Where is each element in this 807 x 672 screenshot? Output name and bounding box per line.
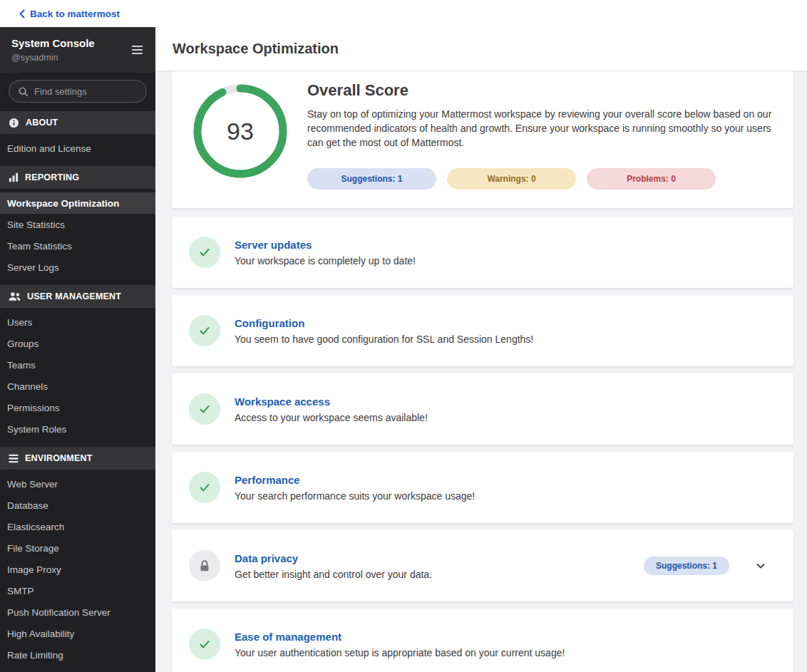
sidebar-section: REPORTING Workspace Optimization Site St… bbox=[0, 166, 155, 278]
topbar: Back to mattermost bbox=[0, 0, 807, 27]
sidebar-item-edition-and-license[interactable]: Edition and License bbox=[0, 138, 155, 159]
check-icon bbox=[189, 393, 220, 425]
cards-list: Server updates Your workspace is complet… bbox=[172, 217, 793, 672]
info-icon bbox=[9, 118, 19, 128]
card-configuration: Configuration You seem to have good conf… bbox=[172, 295, 793, 366]
sidebar-item-users[interactable]: Users bbox=[0, 311, 155, 333]
sidebar-item-teams[interactable]: Teams bbox=[0, 354, 155, 376]
score-ring: 93 bbox=[192, 83, 289, 180]
sidebar-item-site-statistics[interactable]: Site Statistics bbox=[0, 214, 155, 235]
sidebar-section: ENVIRONMENT Web Server Database Elastics… bbox=[0, 447, 155, 666]
card-ease-of-management: Ease of management Your user authenticat… bbox=[172, 609, 793, 672]
check-icon bbox=[189, 315, 220, 346]
card-description: Your user authentication setup is approp… bbox=[235, 647, 776, 658]
sidebar-item-push-notification-server[interactable]: Push Notification Server bbox=[0, 601, 155, 623]
card-workspace-access: Workspace access Access to your workspac… bbox=[172, 373, 793, 445]
sidebar-item-smtp[interactable]: SMTP bbox=[0, 580, 155, 601]
card-description: Get better insight and control over your… bbox=[235, 569, 644, 580]
card-server-updates: Server updates Your workspace is complet… bbox=[172, 217, 793, 288]
search-icon bbox=[18, 86, 29, 97]
suggestions-chip: Suggestions: 1 bbox=[644, 557, 729, 575]
sidebar-item-permissions[interactable]: Permissions bbox=[0, 397, 155, 418]
check-icon bbox=[189, 629, 220, 660]
card-title-link[interactable]: Performance bbox=[235, 474, 776, 486]
sidebar-item-workspace-optimization[interactable]: Workspace Optimization bbox=[0, 192, 155, 214]
main-panel: Workspace Optimization 93 Overall Score … bbox=[155, 27, 807, 672]
card-data-privacy: Data privacy Get better insight and cont… bbox=[172, 530, 793, 601]
chart-icon bbox=[9, 172, 19, 182]
console-title: System Console bbox=[11, 36, 95, 51]
back-link-label: Back to mattermost bbox=[30, 9, 120, 19]
warnings-chip: Warnings: 0 bbox=[447, 168, 576, 190]
sidebar-section: ABOUT Edition and License bbox=[0, 111, 155, 159]
overall-score-card: 93 Overall Score Stay on top of optimizi… bbox=[172, 71, 793, 208]
main-header: Workspace Optimization bbox=[155, 27, 807, 71]
console-user: @sysadmin bbox=[11, 53, 95, 63]
score-value: 93 bbox=[227, 118, 254, 145]
search-input[interactable] bbox=[34, 86, 160, 97]
overall-score-description: Stay on top of optimizing your Mattermos… bbox=[307, 107, 772, 150]
sidebar: System Console @sysadmin ABOUT Edition a… bbox=[0, 27, 155, 672]
score-chips: Suggestions: 1Warnings: 0Problems: 0 bbox=[307, 168, 776, 190]
content-area: 93 Overall Score Stay on top of optimizi… bbox=[155, 71, 807, 672]
chevron-left-icon bbox=[19, 9, 25, 19]
sidebar-item-web-server[interactable]: Web Server bbox=[0, 473, 155, 495]
sidebar-item-rate-limiting[interactable]: Rate Limiting bbox=[0, 644, 155, 666]
sidebar-item-database[interactable]: Database bbox=[0, 495, 155, 516]
settings-search[interactable] bbox=[9, 80, 147, 103]
suggestions-chip: Suggestions: 1 bbox=[307, 168, 436, 190]
users-icon bbox=[9, 291, 21, 301]
card-title-link[interactable]: Server updates bbox=[235, 239, 776, 251]
card-description: Your workspace is completely up to date! bbox=[235, 255, 776, 267]
sidebar-item-file-storage[interactable]: File Storage bbox=[0, 537, 155, 559]
page-title: Workspace Optimization bbox=[173, 41, 339, 57]
sidebar-item-elasticsearch[interactable]: Elasticsearch bbox=[0, 516, 155, 537]
sidebar-item-high-availability[interactable]: High Availability bbox=[0, 623, 155, 644]
lock-icon bbox=[189, 550, 220, 581]
menu-icon[interactable] bbox=[129, 43, 145, 57]
card-title-link[interactable]: Configuration bbox=[235, 317, 776, 329]
chevron-down-icon[interactable] bbox=[755, 560, 766, 572]
card-title-link[interactable]: Data privacy bbox=[235, 552, 644, 564]
sidebar-item-channels[interactable]: Channels bbox=[0, 376, 155, 397]
environment-icon bbox=[9, 454, 19, 463]
sidebar-section: USER MANAGEMENT Users Groups Teams Chann… bbox=[0, 285, 155, 440]
problems-chip: Problems: 0 bbox=[587, 168, 716, 190]
card-performance: Performance Your search performance suit… bbox=[172, 452, 793, 523]
overall-score-title: Overall Score bbox=[307, 81, 776, 100]
sidebar-item-server-logs[interactable]: Server Logs bbox=[0, 257, 155, 278]
sidebar-nav: ABOUT Edition and License REPORTING Work… bbox=[0, 104, 155, 672]
card-title-link[interactable]: Workspace access bbox=[235, 396, 776, 408]
card-description: Your search performance suits your works… bbox=[235, 490, 776, 502]
card-description: You seem to have good configuration for … bbox=[235, 334, 776, 345]
sidebar-item-system-roles[interactable]: System Roles bbox=[0, 418, 155, 440]
sidebar-section-header: ENVIRONMENT bbox=[0, 447, 155, 470]
sidebar-section-header: USER MANAGEMENT bbox=[0, 285, 155, 308]
check-icon bbox=[189, 237, 220, 268]
card-description: Access to your workspace seems available… bbox=[235, 412, 776, 423]
sidebar-header: System Console @sysadmin bbox=[0, 27, 155, 73]
sidebar-item-groups[interactable]: Groups bbox=[0, 333, 155, 354]
check-icon bbox=[189, 472, 220, 503]
back-to-mattermost-link[interactable]: Back to mattermost bbox=[19, 9, 120, 19]
sidebar-item-image-proxy[interactable]: Image Proxy bbox=[0, 559, 155, 580]
sidebar-section-header: ABOUT bbox=[0, 111, 155, 134]
sidebar-item-team-statistics[interactable]: Team Statistics bbox=[0, 235, 155, 257]
sidebar-section-header: REPORTING bbox=[0, 166, 155, 189]
card-title-link[interactable]: Ease of management bbox=[235, 631, 776, 643]
